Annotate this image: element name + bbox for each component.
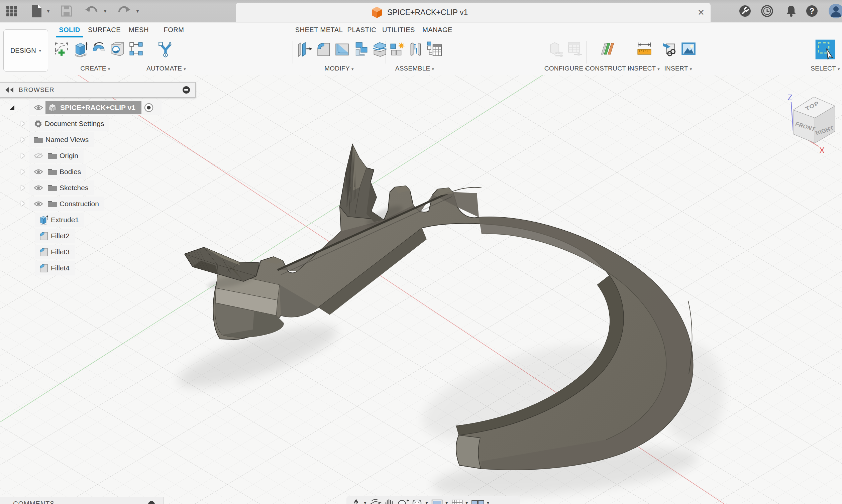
tab-manage[interactable]: MANAGE — [422, 22, 453, 37]
file-icon[interactable] — [30, 5, 43, 17]
group-label-automate[interactable]: AUTOMATE▾ — [146, 65, 186, 72]
tree-row-construction[interactable]: Construction — [30, 197, 104, 211]
tree-row-sketches[interactable]: Sketches — [30, 180, 94, 195]
tab-mesh[interactable]: MESH — [129, 22, 149, 37]
document-tab[interactable]: SPICE+RACK+CLIP v1 ✕ — [236, 3, 711, 22]
viewports-icon[interactable] — [471, 498, 485, 504]
extensions-icon[interactable] — [738, 5, 752, 17]
orbit-caret[interactable]: ▼ — [363, 501, 367, 504]
configure-table-icon[interactable] — [566, 39, 583, 60]
pattern-icon[interactable] — [128, 39, 144, 60]
tree-row-extrude1[interactable]: Extrude1 — [35, 213, 84, 227]
remove-icon[interactable] — [182, 86, 191, 94]
measure-icon[interactable] — [636, 39, 653, 60]
create-sketch-icon[interactable] — [53, 39, 70, 60]
insert-canvas-icon[interactable] — [680, 39, 697, 60]
tree-row-fillet4[interactable]: Fillet4 — [35, 261, 75, 275]
expand-arrow[interactable] — [21, 121, 25, 126]
comments-panel[interactable]: COMMENTS — [0, 497, 164, 504]
browser-panel-header[interactable]: BROWSER — [0, 82, 196, 97]
comment-icon[interactable] — [147, 500, 156, 504]
collapse-panel-icon[interactable] — [5, 87, 15, 93]
eye-icon[interactable] — [34, 201, 43, 207]
redo-caret[interactable]: ▼ — [136, 5, 140, 17]
group-label-configure[interactable]: CONFIGURE▾ — [544, 65, 587, 72]
folder-icon — [48, 184, 57, 192]
tree-row-origin[interactable]: Origin — [30, 148, 84, 163]
viewport-canvas[interactable] — [0, 75, 842, 504]
joint-icon[interactable] — [407, 39, 424, 60]
tree-row-root[interactable]: SPICE+RACK+CLIP v1 — [30, 100, 161, 115]
group-label-inspect[interactable]: INSPECT▾ — [628, 65, 660, 72]
eye-icon[interactable] — [34, 169, 43, 175]
new-component-icon[interactable] — [389, 39, 405, 60]
grid-caret[interactable]: ▼ — [465, 501, 469, 504]
orbit-icon[interactable] — [350, 498, 362, 504]
file-menu-caret[interactable]: ▼ — [46, 5, 51, 17]
undo-caret[interactable]: ▼ — [103, 5, 107, 17]
eye-icon[interactable] — [34, 105, 43, 111]
tab-utilities[interactable]: UTILITIES — [382, 22, 415, 37]
tree-row-fillet3[interactable]: Fillet3 — [35, 245, 75, 259]
revolve-icon[interactable] — [90, 39, 107, 60]
fillet-icon[interactable] — [315, 39, 332, 60]
root-expand-arrow[interactable] — [9, 104, 16, 112]
select-icon[interactable] — [814, 39, 836, 60]
save-icon[interactable] — [60, 5, 73, 17]
tab-sheet-metal[interactable]: SHEET METAL — [295, 22, 343, 37]
split-body-icon[interactable] — [371, 39, 388, 60]
redo-icon[interactable] — [117, 5, 131, 17]
zoom-icon[interactable] — [397, 498, 410, 504]
tab-solid[interactable]: SOLID — [59, 22, 80, 37]
tree-row-named-views[interactable]: Named Views — [30, 132, 94, 147]
viewcube-x-label: X — [819, 146, 825, 155]
job-status-icon[interactable] — [760, 5, 774, 17]
shell-icon[interactable] — [334, 39, 350, 60]
automate-icon[interactable] — [157, 39, 174, 60]
fit-caret[interactable]: ▼ — [425, 501, 429, 504]
press-pull-icon[interactable] — [296, 39, 313, 60]
tree-row-fillet2[interactable]: Fillet2 — [35, 229, 75, 243]
close-icon[interactable]: ✕ — [698, 8, 705, 17]
extrude-icon[interactable] — [72, 39, 88, 60]
app-grid-icon[interactable] — [5, 5, 18, 17]
tree-row-document-settings[interactable]: Document Settings — [30, 116, 109, 131]
expand-arrow[interactable] — [21, 153, 25, 158]
help-icon[interactable]: ? — [805, 5, 819, 17]
group-label-modify[interactable]: MODIFY▾ — [324, 65, 354, 72]
tab-surface[interactable]: SURFACE — [88, 22, 121, 37]
selected-root-item[interactable]: SPICE+RACK+CLIP v1 — [46, 101, 141, 114]
display-settings-icon[interactable] — [431, 498, 443, 504]
tab-plastic[interactable]: PLASTIC — [347, 22, 376, 37]
avatar[interactable] — [828, 5, 842, 17]
group-label-construct[interactable]: CONSTRUCT▾ — [585, 65, 630, 72]
workspace-selector[interactable]: DESIGN▾ — [3, 30, 48, 72]
pan-icon[interactable] — [383, 498, 395, 504]
configure-component-icon[interactable] — [548, 39, 564, 60]
bom-icon[interactable] — [426, 39, 443, 60]
fit-icon[interactable] — [411, 498, 423, 504]
eye-icon[interactable] — [34, 185, 43, 191]
display-caret[interactable]: ▼ — [445, 501, 449, 504]
tree-row-bodies[interactable]: Bodies — [30, 164, 86, 179]
expand-arrow[interactable] — [21, 137, 25, 142]
radio-active-icon[interactable] — [144, 103, 154, 113]
eye-hidden-icon[interactable] — [34, 152, 43, 159]
expand-arrow[interactable] — [21, 201, 25, 206]
expand-arrow[interactable] — [21, 169, 25, 175]
tab-form[interactable]: FORM — [164, 22, 184, 37]
viewports-caret[interactable]: ▼ — [486, 501, 490, 504]
combine-icon[interactable] — [352, 39, 369, 60]
group-label-insert[interactable]: INSERT▾ — [664, 65, 692, 72]
notifications-icon[interactable] — [785, 5, 797, 17]
group-label-assemble[interactable]: ASSEMBLE▾ — [395, 65, 434, 72]
expand-arrow[interactable] — [21, 185, 25, 191]
undo-icon[interactable] — [85, 5, 99, 17]
construct-plane-icon[interactable] — [599, 39, 616, 60]
hole-icon[interactable] — [109, 39, 126, 60]
grid-icon[interactable] — [451, 498, 463, 504]
look-at-icon[interactable] — [369, 498, 382, 504]
group-label-select[interactable]: SELECT▾ — [810, 65, 840, 72]
group-label-create[interactable]: CREATE▾ — [80, 65, 110, 72]
insert-derive-icon[interactable] — [662, 39, 678, 60]
